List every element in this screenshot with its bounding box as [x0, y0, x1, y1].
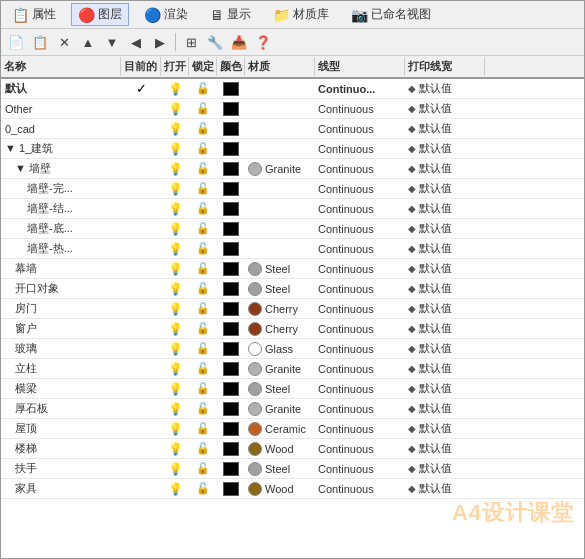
layer-open[interactable]: 💡: [161, 361, 189, 377]
layer-open[interactable]: 💡: [161, 121, 189, 137]
layer-open[interactable]: 💡: [161, 341, 189, 357]
layer-current[interactable]: [121, 268, 161, 270]
table-row[interactable]: Other💡🔓Continuous◆默认值: [1, 99, 584, 119]
layer-open[interactable]: 💡: [161, 421, 189, 437]
layer-locked[interactable]: 🔓: [189, 461, 217, 476]
table-row[interactable]: 屋顶💡🔓CeramicContinuous◆默认值: [1, 419, 584, 439]
forward-btn[interactable]: ▶: [149, 31, 171, 53]
layer-locked[interactable]: 🔓: [189, 161, 217, 176]
settings-btn[interactable]: 🔧: [204, 31, 226, 53]
tab-bar[interactable]: 📋 属性 🔴 图层 🔵 渲染 🖥 显示 📁 材质库 📷 已命名视图: [1, 1, 584, 29]
layer-current[interactable]: [121, 328, 161, 330]
layer-color[interactable]: [217, 301, 245, 317]
layer-color[interactable]: [217, 141, 245, 157]
layer-current[interactable]: [121, 148, 161, 150]
layer-color[interactable]: [217, 441, 245, 457]
layer-locked[interactable]: 🔓: [189, 81, 217, 96]
layer-locked[interactable]: 🔓: [189, 141, 217, 156]
layer-locked[interactable]: 🔓: [189, 221, 217, 236]
layer-current[interactable]: [121, 108, 161, 110]
layer-locked[interactable]: 🔓: [189, 361, 217, 376]
layer-open[interactable]: 💡: [161, 301, 189, 317]
layer-open[interactable]: 💡: [161, 281, 189, 297]
new-btn[interactable]: 📄: [5, 31, 27, 53]
layer-color[interactable]: [217, 261, 245, 277]
layer-color[interactable]: [217, 281, 245, 297]
layer-locked[interactable]: 🔓: [189, 181, 217, 196]
layer-current[interactable]: [121, 468, 161, 470]
table-row[interactable]: ▼ 墙壁💡🔓GraniteContinuous◆默认值: [1, 159, 584, 179]
table-row[interactable]: 厚石板💡🔓GraniteContinuous◆默认值: [1, 399, 584, 419]
layer-open[interactable]: 💡: [161, 381, 189, 397]
layer-locked[interactable]: 🔓: [189, 301, 217, 316]
layer-current[interactable]: [121, 368, 161, 370]
layer-current[interactable]: [121, 448, 161, 450]
layer-locked[interactable]: 🔓: [189, 121, 217, 136]
layer-open[interactable]: 💡: [161, 261, 189, 277]
import-btn[interactable]: 📥: [228, 31, 250, 53]
table-row[interactable]: 墙壁-完...💡🔓Continuous◆默认值: [1, 179, 584, 199]
tab-display[interactable]: 🖥 显示: [203, 3, 258, 26]
layer-color[interactable]: [217, 461, 245, 477]
layer-color[interactable]: [217, 481, 245, 497]
layer-color[interactable]: [217, 201, 245, 217]
layer-open[interactable]: 💡: [161, 201, 189, 217]
tab-properties[interactable]: 📋 属性: [5, 3, 63, 26]
layer-open[interactable]: 💡: [161, 241, 189, 257]
table-row[interactable]: 横梁💡🔓SteelContinuous◆默认值: [1, 379, 584, 399]
layer-open[interactable]: 💡: [161, 161, 189, 177]
layer-current[interactable]: [121, 208, 161, 210]
layer-current[interactable]: [121, 168, 161, 170]
layer-current[interactable]: [121, 288, 161, 290]
layer-locked[interactable]: 🔓: [189, 381, 217, 396]
layer-current[interactable]: [121, 428, 161, 430]
table-row[interactable]: 窗户💡🔓CherryContinuous◆默认值: [1, 319, 584, 339]
layer-current[interactable]: [121, 248, 161, 250]
table-row[interactable]: 立柱💡🔓GraniteContinuous◆默认值: [1, 359, 584, 379]
layer-current[interactable]: [121, 388, 161, 390]
layer-current[interactable]: [121, 308, 161, 310]
layer-color[interactable]: [217, 321, 245, 337]
layer-locked[interactable]: 🔓: [189, 401, 217, 416]
layer-current[interactable]: [121, 488, 161, 490]
tab-render[interactable]: 🔵 渲染: [137, 3, 195, 26]
layer-current[interactable]: ✓: [121, 80, 161, 97]
layer-locked[interactable]: 🔓: [189, 281, 217, 296]
layer-current[interactable]: [121, 348, 161, 350]
layer-color[interactable]: [217, 421, 245, 437]
help-btn[interactable]: ❓: [252, 31, 274, 53]
back-btn[interactable]: ◀: [125, 31, 147, 53]
layer-current[interactable]: [121, 408, 161, 410]
table-row[interactable]: 玻璃💡🔓GlassContinuous◆默认值: [1, 339, 584, 359]
tab-named-views[interactable]: 📷 已命名视图: [344, 3, 438, 26]
tab-materials[interactable]: 📁 材质库: [266, 3, 336, 26]
layer-open[interactable]: 💡: [161, 141, 189, 157]
layer-open[interactable]: 💡: [161, 401, 189, 417]
layer-open[interactable]: 💡: [161, 81, 189, 97]
layer-locked[interactable]: 🔓: [189, 201, 217, 216]
layer-color[interactable]: [217, 121, 245, 137]
layer-locked[interactable]: 🔓: [189, 321, 217, 336]
table-row[interactable]: 幕墙💡🔓SteelContinuous◆默认值: [1, 259, 584, 279]
layer-open[interactable]: 💡: [161, 321, 189, 337]
table-row[interactable]: 0_cad💡🔓Continuous◆默认值: [1, 119, 584, 139]
layer-current[interactable]: [121, 228, 161, 230]
table-row[interactable]: 扶手💡🔓SteelContinuous◆默认值: [1, 459, 584, 479]
tab-layers[interactable]: 🔴 图层: [71, 3, 129, 26]
layer-current[interactable]: [121, 128, 161, 130]
table-row[interactable]: 默认✓💡🔓Continuo...◆默认值: [1, 79, 584, 99]
table-row[interactable]: 楼梯💡🔓WoodContinuous◆默认值: [1, 439, 584, 459]
layer-current[interactable]: [121, 188, 161, 190]
layer-color[interactable]: [217, 101, 245, 117]
layer-color[interactable]: [217, 221, 245, 237]
layer-color[interactable]: [217, 341, 245, 357]
layer-open[interactable]: 💡: [161, 461, 189, 477]
layer-open[interactable]: 💡: [161, 441, 189, 457]
filter-btn[interactable]: ⊞: [180, 31, 202, 53]
table-row[interactable]: 墙壁-热...💡🔓Continuous◆默认值: [1, 239, 584, 259]
layer-locked[interactable]: 🔓: [189, 421, 217, 436]
table-row[interactable]: 开口对象💡🔓SteelContinuous◆默认值: [1, 279, 584, 299]
layer-open[interactable]: 💡: [161, 101, 189, 117]
layer-locked[interactable]: 🔓: [189, 441, 217, 456]
table-row[interactable]: 家具💡🔓WoodContinuous◆默认值: [1, 479, 584, 499]
